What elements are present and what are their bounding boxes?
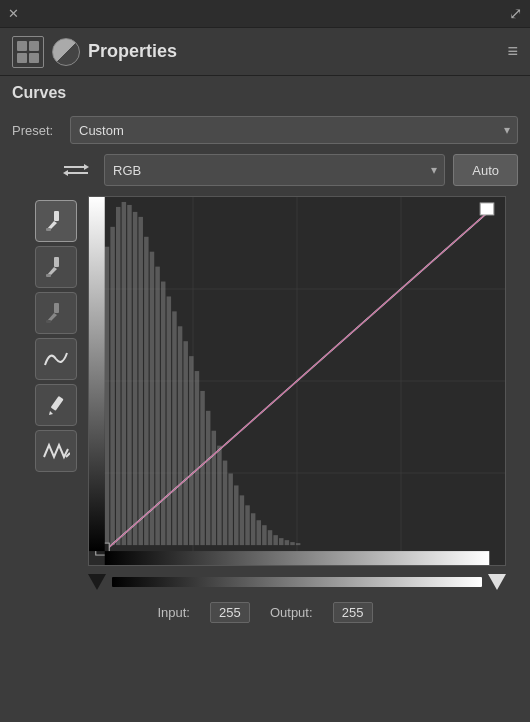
channel-icon [56,154,96,186]
title-bar: ✕ ⤢ [0,0,530,28]
svg-rect-23 [105,247,109,545]
smooth-tool[interactable] [35,430,77,472]
workspace [12,196,518,566]
curves-canvas[interactable] [88,196,506,566]
svg-rect-7 [54,257,59,267]
input-value[interactable]: 255 [210,602,250,623]
panel-title-group: Properties [12,36,177,68]
svg-marker-3 [63,170,68,176]
svg-rect-39 [195,371,199,545]
svg-rect-26 [122,202,126,545]
svg-rect-46 [234,485,238,545]
channel-select[interactable]: RGB Red Green Blue [104,154,445,186]
svg-rect-47 [240,495,244,545]
svg-rect-51 [262,525,266,545]
svg-rect-43 [217,446,221,545]
channel-row: RGB Red Green Blue Auto [56,154,518,186]
svg-rect-48 [245,505,249,545]
output-value[interactable]: 255 [333,602,373,623]
svg-rect-4 [54,211,59,221]
svg-rect-56 [290,542,294,545]
svg-rect-6 [46,228,51,231]
output-label: Output: [270,605,313,620]
svg-rect-54 [279,538,283,545]
svg-rect-36 [178,326,182,545]
svg-rect-13 [51,396,64,411]
slider-track[interactable] [112,577,482,587]
eyedropper-gray-tool[interactable] [35,246,77,288]
svg-rect-53 [273,535,277,545]
svg-rect-64 [89,197,105,551]
svg-rect-10 [54,303,59,313]
svg-marker-14 [49,411,53,415]
channel-select-wrapper[interactable]: RGB Red Green Blue [104,154,445,186]
svg-rect-40 [200,391,204,545]
svg-rect-34 [167,296,171,545]
panel-header: Properties ≡ [0,28,530,76]
preset-row: Preset: Custom Default Strong Contrast L… [12,116,518,144]
preset-label: Preset: [12,123,62,138]
panel-grid-icon[interactable] [12,36,44,68]
svg-rect-25 [116,207,120,545]
pencil-tool[interactable] [35,384,77,426]
panel-content: Preset: Custom Default Strong Contrast L… [0,106,530,633]
panel-menu-icon[interactable]: ≡ [507,41,518,62]
white-point-slider[interactable] [488,574,506,590]
svg-rect-33 [161,282,165,546]
preset-select[interactable]: Custom Default Strong Contrast Linear Co… [70,116,518,144]
tools-sidebar [24,196,88,566]
svg-rect-44 [223,461,227,546]
svg-rect-38 [189,356,193,545]
close-icon[interactable]: ✕ [8,6,19,21]
eyedropper-white-tool[interactable] [35,200,77,242]
svg-rect-41 [206,411,210,545]
curves-title: Curves [12,84,66,102]
auto-button[interactable]: Auto [453,154,518,186]
svg-rect-61 [480,203,493,215]
panel-title: Properties [88,41,177,62]
curves-tool[interactable] [35,338,77,380]
panel-circle-icon[interactable] [52,38,80,66]
curves-label-row: Curves [0,76,530,106]
svg-rect-49 [251,513,255,545]
eyedropper-black-tool[interactable] [35,292,77,334]
svg-rect-31 [150,252,154,545]
slider-row [12,570,518,594]
preset-select-wrapper[interactable]: Custom Default Strong Contrast Linear Co… [70,116,518,144]
io-row: Input: 255 Output: 255 [12,602,518,623]
black-point-slider[interactable] [88,574,106,590]
svg-rect-50 [257,520,261,545]
expand-icon[interactable]: ⤢ [509,4,522,23]
svg-marker-1 [84,164,89,170]
svg-rect-63 [105,551,490,565]
svg-rect-35 [172,311,176,545]
svg-rect-9 [46,274,51,277]
svg-rect-37 [183,341,187,545]
svg-rect-27 [127,205,131,545]
svg-rect-29 [138,217,142,545]
svg-rect-24 [110,227,114,545]
svg-rect-57 [296,543,300,545]
input-label: Input: [157,605,190,620]
svg-rect-12 [46,320,51,323]
svg-rect-45 [228,473,232,545]
svg-rect-52 [268,530,272,545]
svg-rect-42 [212,431,216,545]
svg-rect-30 [144,237,148,545]
svg-rect-28 [133,212,137,545]
svg-rect-55 [285,540,289,545]
